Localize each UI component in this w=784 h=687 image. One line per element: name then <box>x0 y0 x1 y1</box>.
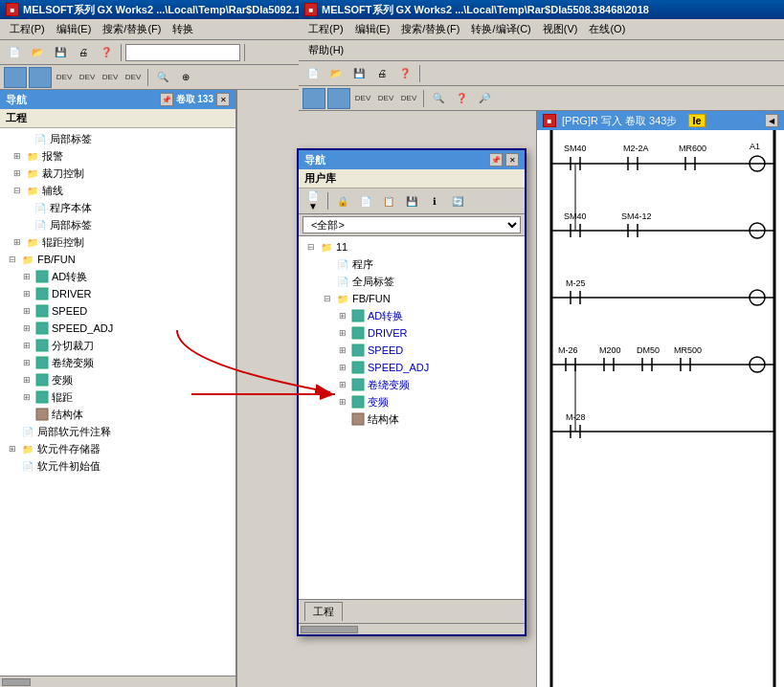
popup-toggle-speed-adj[interactable]: ⊞ <box>337 362 348 373</box>
tb3-new[interactable]: 📄 <box>302 63 324 84</box>
popup-tree-item-speed[interactable]: ⊞ SPEED <box>301 342 523 359</box>
popup-tree-item-struct[interactable]: 结构体 <box>301 410 523 428</box>
toggle-ad[interactable]: ⊞ <box>21 271 33 282</box>
toggle-driver[interactable]: ⊞ <box>21 288 33 299</box>
toggle-freq[interactable]: ⊞ <box>21 374 33 386</box>
tb-btn-c[interactable]: DEV <box>54 67 75 88</box>
nav-scrollbar-h[interactable] <box>0 676 235 687</box>
ladder-diagram-area[interactable]: SM40 M2-2A MR600 A1 SM40 <box>537 130 784 687</box>
toggle-roller[interactable]: ⊞ <box>11 236 23 248</box>
popup-tree-item-ad[interactable]: ⊞ AD转换 <box>301 307 523 324</box>
tb4-e[interactable]: DEV <box>398 88 419 109</box>
help-btn1[interactable]: ❓ <box>96 42 117 63</box>
toggle-split-cutter[interactable]: ⊞ <box>21 340 33 351</box>
tree-item-ad[interactable]: ⊞ AD转换 <box>2 268 234 285</box>
tb4-zoom[interactable]: 🔍 <box>428 88 449 109</box>
popup-toggle-11[interactable]: ⊟ <box>305 241 317 253</box>
toggle-winding[interactable]: ⊞ <box>21 357 33 368</box>
tb3-help[interactable]: ❓ <box>394 63 415 84</box>
save-btn1[interactable]: 💾 <box>50 42 71 63</box>
print-btn1[interactable]: 🖨 <box>73 42 94 63</box>
popup-toggle-winding[interactable]: ⊞ <box>337 379 348 390</box>
tree-item-speed[interactable]: ⊞ SPEED <box>2 302 234 320</box>
tb-btn-b[interactable] <box>29 67 52 88</box>
tb4-q[interactable]: ❓ <box>451 88 472 109</box>
nav-pin-btn[interactable]: 📌 <box>160 93 173 106</box>
tree-item-struct[interactable]: 结构体 <box>2 406 234 423</box>
popup-toggle-ad[interactable]: ⊞ <box>337 310 348 321</box>
tree-item-alarm[interactable]: ⊞ 📁 报警 <box>2 147 234 165</box>
nav-tree-area[interactable]: 📄 局部标签 ⊞ 📁 报警 ⊞ 📁 裁刀控制 ⊟ 📁 辅线 📄 程序本体 <box>0 128 235 676</box>
popup-tree-area[interactable]: ⊟ 📁 11 📄 程序 📄 全局标签 ⊟ 📁 FB/FUN ⊞ <box>299 236 525 599</box>
search-input1[interactable] <box>125 44 240 61</box>
tb3-open[interactable]: 📂 <box>325 63 347 84</box>
toggle-cutter[interactable]: ⊞ <box>11 167 23 179</box>
popup-pin-btn[interactable]: 📌 <box>489 153 503 166</box>
zoom-btn1[interactable]: 🔍 <box>152 67 173 88</box>
menu2-project[interactable]: 工程(P) <box>302 20 349 38</box>
menu-project1[interactable]: 工程(P) <box>4 20 51 38</box>
tree-item-device-init[interactable]: 📄 软元件初始值 <box>2 457 234 475</box>
tree-item-local-label2[interactable]: 📄 局部标签 <box>2 216 234 233</box>
tb3-print[interactable]: 🖨 <box>371 63 392 84</box>
menu2-online[interactable]: 在线(O) <box>583 20 631 38</box>
popup-scrollbar-h[interactable] <box>299 623 525 634</box>
popup-tree-item-speed-adj[interactable]: ⊞ SPEED_ADJ <box>301 359 523 376</box>
popup-tb-lock[interactable]: 🔒 <box>332 190 353 211</box>
tb4-a[interactable] <box>302 88 325 109</box>
popup-tb-new[interactable]: 📄▼ <box>302 190 324 211</box>
tree-item-guju[interactable]: ⊞ 辊距 <box>2 388 234 406</box>
popup-tab-project[interactable]: 工程 <box>304 602 343 621</box>
tree-item-fbfun[interactable]: ⊟ 📁 FB/FUN <box>2 251 234 268</box>
tb-btn-a[interactable] <box>4 67 27 88</box>
menu2-view[interactable]: 视图(V) <box>537 20 584 38</box>
popup-tb-doc1[interactable]: 📄 <box>355 190 376 211</box>
popup-tree-item-prog[interactable]: 📄 程序 <box>301 255 523 273</box>
tree-item-split-cutter[interactable]: ⊞ 分切裁刀 <box>2 337 234 354</box>
tree-item-device-comment[interactable]: 📄 局部软元件注释 <box>2 423 234 440</box>
ladder-scroll-left[interactable]: ◀ <box>765 114 778 127</box>
tb3-save[interactable]: 💾 <box>348 63 370 84</box>
open-btn1[interactable]: 📂 <box>27 42 48 63</box>
tree-item-device-mem[interactable]: ⊞ 📁 软元件存储器 <box>2 440 234 457</box>
popup-tree-item-freq[interactable]: ⊞ 变频 <box>301 393 523 410</box>
menu-convert1[interactable]: 转换 <box>167 20 199 38</box>
popup-tree-item-driver[interactable]: ⊞ DRIVER <box>301 324 523 342</box>
popup-tb-doc2[interactable]: 📋 <box>378 190 399 211</box>
tb-btn-f[interactable]: DEV <box>123 67 144 88</box>
menu-search1[interactable]: 搜索/替换(F) <box>97 20 167 38</box>
popup-toggle-speed[interactable]: ⊞ <box>337 344 348 356</box>
popup-tree-item-global-label[interactable]: 📄 全局标签 <box>301 273 523 290</box>
tree-item-prog-body[interactable]: 📄 程序本体 <box>2 199 234 216</box>
popup-toggle-freq[interactable]: ⊞ <box>337 396 348 408</box>
popup-dropdown-container[interactable]: <全部> <box>299 214 525 236</box>
tree-item-cutter[interactable]: ⊞ 📁 裁刀控制 <box>2 165 234 182</box>
tree-item-speed-adj[interactable]: ⊞ SPEED_ADJ <box>2 320 234 337</box>
nav-close-btn[interactable]: ✕ <box>216 93 230 106</box>
tb4-c[interactable]: DEV <box>352 88 373 109</box>
menu2-edit[interactable]: 编辑(E) <box>349 20 396 38</box>
popup-bottom-tab[interactable]: 工程 <box>299 599 525 623</box>
popup-tree-item-11[interactable]: ⊟ 📁 11 <box>301 238 523 255</box>
menu-edit1[interactable]: 编辑(E) <box>51 20 98 38</box>
toggle-fbfun[interactable]: ⊟ <box>7 254 18 265</box>
tree-item-local-label[interactable]: 📄 局部标签 <box>2 130 234 147</box>
popup-dropdown[interactable]: <全部> <box>302 216 521 233</box>
tree-item-fuzhu[interactable]: ⊟ 📁 辅线 <box>2 182 234 199</box>
tree-item-winding[interactable]: ⊞ 卷绕变频 <box>2 354 234 371</box>
toggle-fuzhu[interactable]: ⊟ <box>11 185 23 196</box>
popup-toggle-driver[interactable]: ⊞ <box>337 327 348 339</box>
popup-tree-item-fbfun[interactable]: ⊟ 📁 FB/FUN <box>301 290 523 307</box>
new-btn1[interactable]: 📄 <box>4 42 25 63</box>
zoom-btn2[interactable]: ⊕ <box>175 67 196 88</box>
toggle-speed[interactable]: ⊞ <box>21 305 33 317</box>
tree-item-freq[interactable]: ⊞ 变频 <box>2 371 234 388</box>
menu2-search[interactable]: 搜索/替换(F) <box>395 20 465 38</box>
toggle-guju[interactable]: ⊞ <box>21 391 33 403</box>
popup-toggle-fbfun[interactable]: ⊟ <box>322 293 333 304</box>
popup-tree-item-winding[interactable]: ⊞ 卷绕变频 <box>301 376 523 393</box>
toggle-alarm[interactable]: ⊞ <box>11 150 23 162</box>
toggle-speed-adj[interactable]: ⊞ <box>21 322 33 334</box>
popup-tb-info[interactable]: ℹ <box>424 190 445 211</box>
tb4-d[interactable]: DEV <box>375 88 396 109</box>
